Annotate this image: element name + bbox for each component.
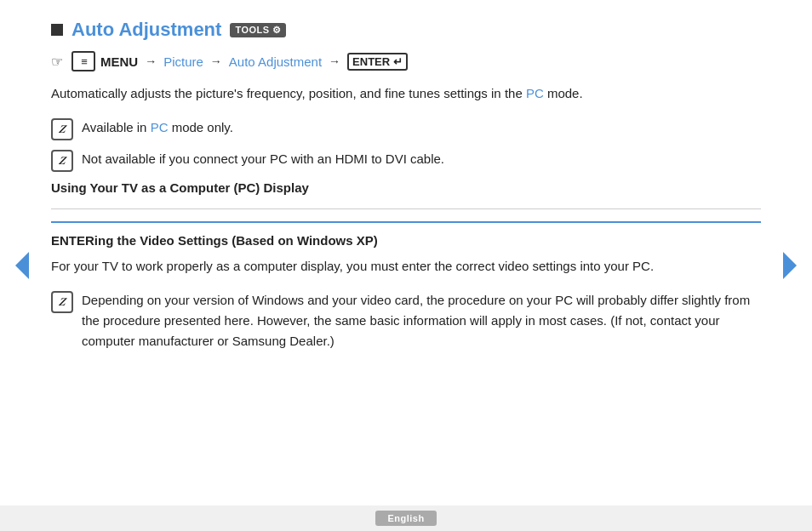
tools-label: TOOLS	[235, 25, 269, 35]
section-divider	[51, 208, 761, 209]
main-content: Auto Adjustment TOOLS ⚙ ☞ MENU → Picture…	[0, 0, 812, 377]
title-row: Auto Adjustment TOOLS ⚙	[51, 19, 761, 41]
nav-arrow-left[interactable]	[10, 248, 34, 283]
note-icon-2: 𝒁	[51, 150, 73, 172]
tools-badge: TOOLS ⚙	[230, 23, 286, 37]
note-text-2: Not available if you connect your PC wit…	[82, 149, 444, 169]
note-item-2: 𝒁 Not available if you connect your PC w…	[51, 149, 761, 172]
picture-link: Picture	[163, 54, 203, 69]
menu-label: MENU	[100, 54, 138, 69]
nav-arrow-right[interactable]	[778, 248, 802, 283]
enter-label: ENTER ↵	[347, 53, 408, 71]
arrow-1: →	[145, 54, 157, 68]
entering-description: For your TV to work properly as a comput…	[51, 256, 761, 277]
hand-icon: ☞	[51, 54, 63, 70]
pc-link-1: PC	[526, 86, 544, 100]
svg-marker-1	[783, 252, 797, 279]
pc-link-2: PC	[151, 120, 169, 134]
arrow-3: →	[329, 54, 340, 68]
menu-icon	[71, 51, 95, 71]
note-icon-3: 𝒁	[51, 291, 73, 313]
note-icon-1: 𝒁	[51, 118, 73, 140]
note-text-3: Depending on your version of Windows and…	[82, 290, 761, 351]
svg-marker-0	[15, 252, 29, 279]
auto-adjustment-link: Auto Adjustment	[229, 54, 322, 69]
language-badge: English	[375, 511, 436, 526]
menu-nav-line: ☞ MENU → Picture → Auto Adjustment → ENT…	[51, 51, 761, 71]
using-heading: Using Your TV as a Computer (PC) Display	[51, 180, 761, 195]
main-description: Automatically adjusts the picture's freq…	[51, 83, 761, 104]
bottom-bar: English	[0, 505, 812, 531]
note-text-1: Available in PC mode only.	[82, 117, 233, 138]
page-title: Auto Adjustment	[71, 19, 221, 41]
note-item-1: 𝒁 Available in PC mode only.	[51, 117, 761, 140]
enter-icon: ENTER ↵	[347, 53, 408, 71]
entering-heading: ENTERing the Video Settings (Based on Wi…	[51, 233, 761, 248]
tools-icon: ⚙	[272, 25, 282, 36]
entering-section: ENTERing the Video Settings (Based on Wi…	[51, 221, 761, 351]
note-item-3: 𝒁 Depending on your version of Windows a…	[51, 290, 761, 351]
arrow-2: →	[210, 54, 222, 68]
square-icon	[51, 24, 63, 36]
